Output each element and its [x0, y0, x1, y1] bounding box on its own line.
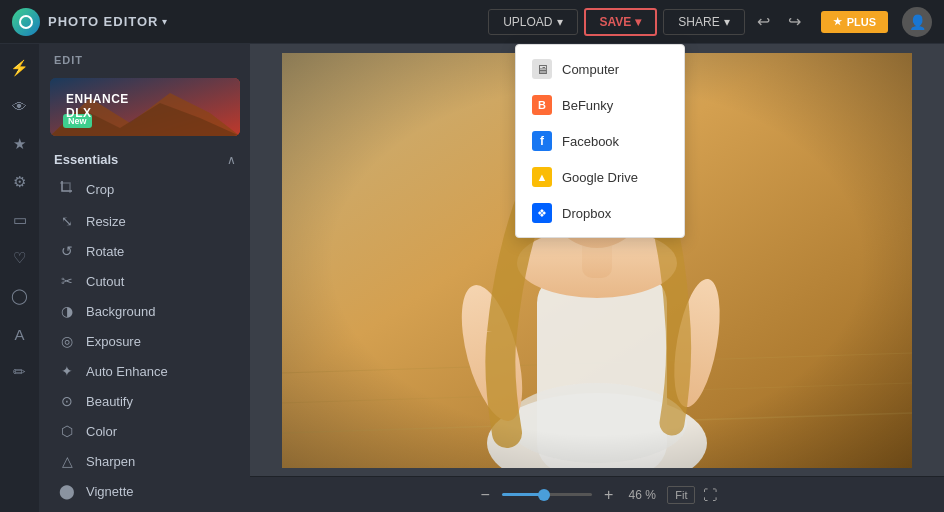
zoom-slider[interactable]: [502, 493, 592, 496]
essentials-section-header[interactable]: Essentials ∧: [40, 146, 250, 173]
tool-color[interactable]: ⬡ Color: [40, 416, 250, 446]
sidebar-item-settings[interactable]: ⚙: [4, 166, 36, 198]
befunky-icon: B: [532, 95, 552, 115]
logo[interactable]: [12, 8, 40, 36]
tool-cutout[interactable]: ✂ Cutout: [40, 266, 250, 296]
sidebar-item-crop[interactable]: ▭: [4, 204, 36, 236]
rotate-icon: ↺: [58, 243, 76, 259]
save-dropbox-label: Dropbox: [562, 206, 611, 221]
upload-button[interactable]: UPLOAD ▾: [488, 9, 577, 35]
plus-button[interactable]: ★ PLUS: [821, 11, 888, 33]
crop-label: Crop: [86, 182, 114, 197]
sidebar-item-text[interactable]: A: [4, 318, 36, 350]
save-gdrive-label: Google Drive: [562, 170, 638, 185]
sidebar-item-view[interactable]: 👁: [4, 90, 36, 122]
save-dropbox[interactable]: ❖ Dropbox: [516, 195, 684, 231]
tool-crop[interactable]: Crop: [40, 173, 250, 206]
gdrive-icon: ▲: [532, 167, 552, 187]
save-computer-label: Computer: [562, 62, 619, 77]
canvas-bottombar: − + 46 % Fit ⛶: [250, 476, 944, 512]
save-button[interactable]: SAVE ▾: [584, 8, 658, 36]
tool-sharpen[interactable]: △ Sharpen: [40, 446, 250, 476]
resize-icon: ⤡: [58, 213, 76, 229]
save-befunky-label: BeFunky: [562, 98, 613, 113]
sharpen-icon: △: [58, 453, 76, 469]
save-facebook-label: Facebook: [562, 134, 619, 149]
beautify-icon: ⊙: [58, 393, 76, 409]
tool-beautify[interactable]: ⊙ Beautify: [40, 386, 250, 416]
sidebar-item-paint[interactable]: ✏: [4, 356, 36, 388]
zoom-in-button[interactable]: +: [600, 486, 617, 504]
beautify-label: Beautify: [86, 394, 133, 409]
auto-enhance-icon: ✦: [58, 363, 76, 379]
auto-enhance-label: Auto Enhance: [86, 364, 168, 379]
sidebar-item-adjust[interactable]: ⚡: [4, 52, 36, 84]
crop-icon: [58, 180, 76, 199]
icon-sidebar: ⚡ 👁 ★ ⚙ ▭ ♡ ◯ A ✏: [0, 44, 40, 512]
app-title-caret[interactable]: ▾: [162, 16, 167, 27]
sidebar-item-heart[interactable]: ♡: [4, 242, 36, 274]
tool-resize[interactable]: ⤡ Resize: [40, 206, 250, 236]
panel-header: EDIT: [40, 44, 250, 72]
tool-background[interactable]: ◑ Background: [40, 296, 250, 326]
dropbox-icon: ❖: [532, 203, 552, 223]
enhance-title: ENHANCE DLX: [66, 92, 129, 120]
rotate-label: Rotate: [86, 244, 124, 259]
tool-exposure[interactable]: ◎ Exposure: [40, 326, 250, 356]
undo-button[interactable]: ↩: [751, 8, 776, 35]
color-label: Color: [86, 424, 117, 439]
tool-vignette[interactable]: ⬤ Vignette: [40, 476, 250, 506]
sharpen-label: Sharpen: [86, 454, 135, 469]
section-collapse-icon: ∧: [227, 153, 236, 167]
save-dropdown: 🖥 Computer B BeFunky f Facebook ▲ Google…: [515, 44, 685, 238]
save-gdrive[interactable]: ▲ Google Drive: [516, 159, 684, 195]
vignette-icon: ⬤: [58, 483, 76, 499]
section-title: Essentials: [54, 152, 118, 167]
zoom-out-button[interactable]: −: [477, 486, 494, 504]
fullscreen-button[interactable]: ⛶: [703, 487, 717, 503]
zoom-percentage: 46 %: [625, 488, 659, 502]
app-title: PHOTO EDITOR: [48, 14, 158, 29]
main-content: ⚡ 👁 ★ ⚙ ▭ ♡ ◯ A ✏ EDIT: [0, 44, 944, 512]
avatar[interactable]: 👤: [902, 7, 932, 37]
exposure-label: Exposure: [86, 334, 141, 349]
sidebar-item-effects[interactable]: ★: [4, 128, 36, 160]
redo-button[interactable]: ↪: [782, 8, 807, 35]
resize-label: Resize: [86, 214, 126, 229]
share-button[interactable]: SHARE ▾: [663, 9, 744, 35]
cutout-label: Cutout: [86, 274, 124, 289]
topbar: PHOTO EDITOR ▾ UPLOAD ▾ SAVE ▾ SHARE ▾ ↩…: [0, 0, 944, 44]
tool-auto-enhance[interactable]: ✦ Auto Enhance: [40, 356, 250, 386]
save-computer[interactable]: 🖥 Computer: [516, 51, 684, 87]
background-label: Background: [86, 304, 155, 319]
enhance-banner[interactable]: ENHANCE DLX New: [50, 78, 240, 136]
vignette-label: Vignette: [86, 484, 133, 499]
color-icon: ⬡: [58, 423, 76, 439]
save-facebook[interactable]: f Facebook: [516, 123, 684, 159]
tool-rotate[interactable]: ↺ Rotate: [40, 236, 250, 266]
zoom-slider-wrap: [502, 493, 592, 496]
background-icon: ◑: [58, 303, 76, 319]
left-panel: EDIT ENHANCE DLX Ne: [40, 44, 250, 512]
facebook-icon: f: [532, 131, 552, 151]
sidebar-item-circle[interactable]: ◯: [4, 280, 36, 312]
exposure-icon: ◎: [58, 333, 76, 349]
topbar-actions: UPLOAD ▾ SAVE ▾ SHARE ▾ ↩ ↪ ★ PLUS 👤: [488, 7, 932, 37]
cutout-icon: ✂: [58, 273, 76, 289]
save-befunky[interactable]: B BeFunky: [516, 87, 684, 123]
computer-icon: 🖥: [532, 59, 552, 79]
fit-button[interactable]: Fit: [667, 486, 695, 504]
